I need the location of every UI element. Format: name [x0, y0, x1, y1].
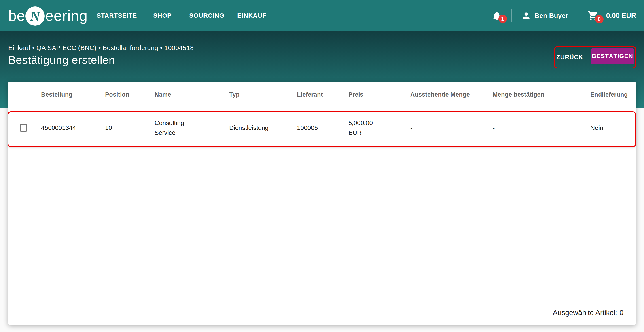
header-endlieferung: Endlieferung — [590, 91, 636, 98]
cart-total: 0.00 EUR — [606, 12, 636, 20]
table-row[interactable]: 4500001344 10 Consulting Service Dienstl… — [8, 108, 636, 148]
cell-typ: Dienstleistung — [229, 123, 297, 133]
cart-badge: 0 — [595, 15, 604, 24]
table-footer: Ausgewählte Artikel: 0 — [8, 300, 636, 325]
cell-position: 10 — [105, 123, 154, 133]
logo-n-icon: N — [26, 6, 45, 26]
cell-bestellung: 4500001344 — [41, 123, 105, 133]
cell-menge-bestaetigen: - — [492, 123, 590, 133]
notifications-button[interactable]: 1 — [492, 10, 502, 21]
row-checkbox[interactable] — [20, 124, 27, 132]
user-menu-button[interactable]: Ben Buyer — [521, 11, 568, 20]
appbar-divider — [512, 9, 512, 22]
header-ausstehende-menge: Ausstehende Menge — [410, 91, 492, 98]
nav-item-einkauf[interactable]: EINKAUF — [237, 0, 266, 31]
header-preis: Preis — [348, 91, 410, 98]
nav-item-sourcing[interactable]: SOURCING — [189, 0, 224, 31]
selected-items-count: 0 — [620, 308, 624, 317]
breadcrumb[interactable]: Einkauf • QA SAP ECC (BNC) • Bestellanfo… — [8, 44, 194, 52]
header-menge-bestaetigen: Menge bestätigen — [492, 91, 590, 98]
cell-checkbox — [8, 124, 41, 132]
person-icon — [521, 11, 531, 20]
cell-preis: 5,000.00 EUR — [348, 118, 376, 138]
confirmation-table-card: Bestellung Position Name Typ Lieferant P… — [8, 82, 636, 325]
appbar: be N eering STARTSEITE SHOP SOURCING EIN… — [0, 0, 644, 31]
cell-endlieferung: Nein — [590, 123, 636, 133]
nav-item-shop[interactable]: SHOP — [153, 0, 172, 31]
appbar-right-cluster: 1 Ben Buyer 0 0.00 EUR — [492, 0, 636, 31]
table-header-row: Bestellung Position Name Typ Lieferant P… — [8, 82, 636, 108]
logo[interactable]: be N eering — [8, 0, 88, 31]
logo-text-pre: be — [8, 7, 25, 24]
header-lieferant: Lieferant — [297, 91, 348, 98]
header-bestellung: Bestellung — [41, 91, 105, 98]
page-title: Bestätigung erstellen — [8, 54, 115, 66]
back-button[interactable]: ZURÜCK — [556, 46, 584, 68]
header-typ: Typ — [229, 91, 297, 98]
cell-lieferant: 100005 — [297, 123, 348, 133]
header-name: Name — [154, 91, 229, 98]
appbar-divider — [578, 9, 578, 22]
notifications-badge: 1 — [498, 14, 507, 23]
nav-item-startseite[interactable]: STARTSEITE — [96, 0, 137, 31]
cell-ausstehende-menge: - — [410, 123, 492, 133]
header-position: Position — [105, 91, 154, 98]
user-name: Ben Buyer — [535, 12, 568, 20]
cart-button[interactable]: 0 — [588, 10, 598, 21]
selected-items-label: Ausgewählte Artikel: — [553, 308, 617, 317]
logo-text-post: eering — [45, 7, 88, 24]
cell-name: Consulting Service — [154, 118, 192, 138]
confirm-button[interactable]: BESTÄTIGEN — [591, 48, 634, 64]
